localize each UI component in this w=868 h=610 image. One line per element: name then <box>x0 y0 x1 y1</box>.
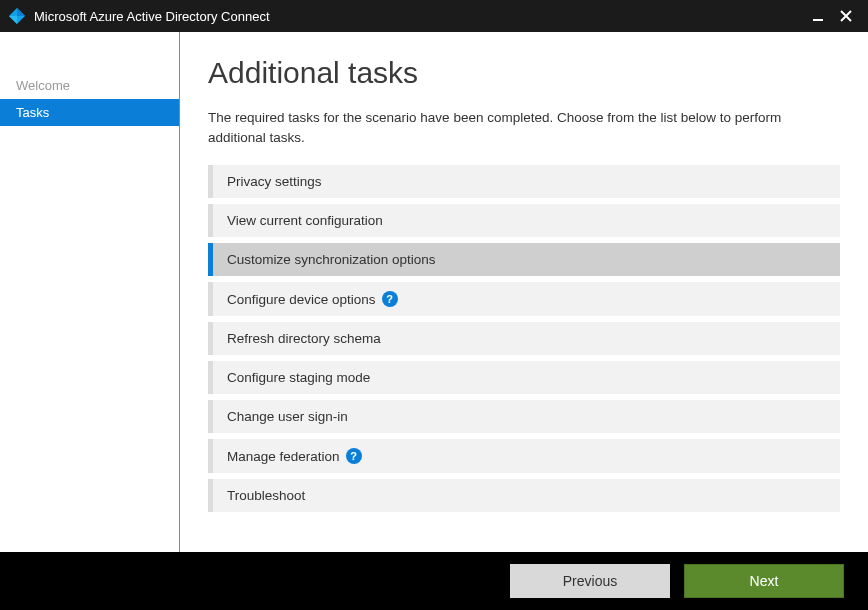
task-label: Customize synchronization options <box>227 252 436 267</box>
task-label: Manage federation <box>227 449 340 464</box>
task-label: Configure device options <box>227 292 376 307</box>
sidebar-item-label: Tasks <box>16 105 49 120</box>
main-panel: Additional tasks The required tasks for … <box>180 32 868 552</box>
previous-button[interactable]: Previous <box>510 564 670 598</box>
button-label: Next <box>750 573 779 589</box>
task-label: Refresh directory schema <box>227 331 381 346</box>
page-heading: Additional tasks <box>208 56 840 90</box>
svg-marker-2 <box>9 16 17 24</box>
azure-logo-icon <box>8 7 26 25</box>
task-label: Configure staging mode <box>227 370 370 385</box>
task-customize-synchronization-options[interactable]: Customize synchronization options <box>208 243 840 276</box>
task-label: Troubleshoot <box>227 488 305 503</box>
next-button[interactable]: Next <box>684 564 844 598</box>
task-label: View current configuration <box>227 213 383 228</box>
sidebar-item-welcome[interactable]: Welcome <box>0 72 179 99</box>
page-description: The required tasks for the scenario have… <box>208 108 840 147</box>
sidebar-item-tasks[interactable]: Tasks <box>0 99 179 126</box>
task-label: Privacy settings <box>227 174 322 189</box>
sidebar-item-label: Welcome <box>16 78 70 93</box>
svg-rect-3 <box>813 19 823 21</box>
task-configure-device-options[interactable]: Configure device options ? <box>208 282 840 316</box>
task-manage-federation[interactable]: Manage federation ? <box>208 439 840 473</box>
minimize-button[interactable] <box>804 0 832 32</box>
task-view-current-configuration[interactable]: View current configuration <box>208 204 840 237</box>
task-configure-staging-mode[interactable]: Configure staging mode <box>208 361 840 394</box>
button-label: Previous <box>563 573 617 589</box>
footer: Previous Next <box>0 552 868 610</box>
task-refresh-directory-schema[interactable]: Refresh directory schema <box>208 322 840 355</box>
task-label: Change user sign-in <box>227 409 348 424</box>
help-icon[interactable]: ? <box>382 291 398 307</box>
window-root: Microsoft Azure Active Directory Connect… <box>0 0 868 610</box>
close-button[interactable] <box>832 0 860 32</box>
task-troubleshoot[interactable]: Troubleshoot <box>208 479 840 512</box>
window-title: Microsoft Azure Active Directory Connect <box>34 9 804 24</box>
task-list: Privacy settings View current configurat… <box>208 165 840 512</box>
svg-marker-1 <box>17 8 25 16</box>
sidebar: Welcome Tasks <box>0 32 180 552</box>
task-change-user-sign-in[interactable]: Change user sign-in <box>208 400 840 433</box>
help-icon[interactable]: ? <box>346 448 362 464</box>
body: Welcome Tasks Additional tasks The requi… <box>0 32 868 552</box>
titlebar: Microsoft Azure Active Directory Connect <box>0 0 868 32</box>
task-privacy-settings[interactable]: Privacy settings <box>208 165 840 198</box>
